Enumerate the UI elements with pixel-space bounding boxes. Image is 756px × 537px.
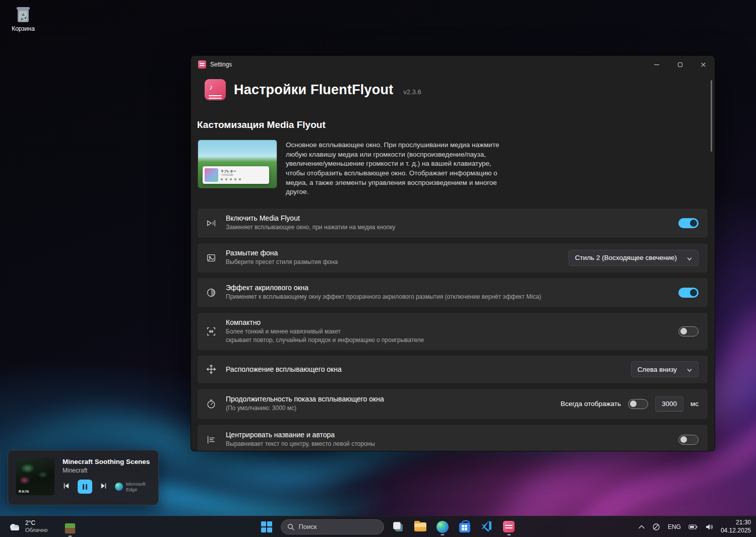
acrylic-effect-toggle[interactable]	[678, 288, 699, 298]
row-title: Расположение всплывающего окна	[226, 365, 631, 373]
blur-icon	[206, 252, 217, 263]
row-flyout-position: Расположение всплывающего окна Слева вни…	[197, 355, 708, 384]
blur-style-value: Стиль 2 (Восходящее свечение)	[575, 254, 677, 261]
taskbar-clock[interactable]: 21:30 04.12.2025	[721, 519, 751, 534]
recycle-bin[interactable]: Корзина	[4, 4, 42, 32]
compact-toggle[interactable]	[678, 326, 699, 337]
minecraft-icon	[65, 523, 76, 534]
media-flyout-icon	[206, 218, 217, 229]
intro-block: ラブレター YOASOBI Основное всплывающее окно.…	[198, 140, 708, 197]
duration-input[interactable]	[655, 396, 683, 412]
media-flyout-preview-image: ラブレター YOASOBI	[198, 140, 277, 188]
taskbar-center: Поиск	[257, 518, 519, 536]
settings-rows: Включить Media Flyout Заменяет всплывающ…	[197, 208, 708, 451]
cloud-icon	[8, 522, 21, 532]
enable-media-flyout-toggle[interactable]	[678, 218, 699, 228]
tray-show-hidden-icons[interactable]	[639, 525, 645, 529]
do-not-disturb-icon[interactable]	[652, 523, 660, 531]
microsoft-store-button[interactable]	[455, 518, 474, 536]
media-flyout-card: RAIN Minecraft Soothing Scenes... Minecr…	[8, 450, 159, 505]
microsoft-store-icon	[459, 523, 470, 532]
compact-icon	[206, 326, 217, 337]
settings-window: Settings ♪ Настройки FluentFlyout v2.3.6…	[191, 55, 715, 451]
row-title: Включить Media Flyout	[226, 214, 678, 222]
row-subtitle: Выравнивает текст по центру, вместо лево…	[226, 440, 678, 448]
system-tray: ENG 21:30 04.12.2025	[639, 516, 751, 537]
edge-icon	[115, 483, 123, 491]
row-title: Центрировать название и автора	[226, 431, 678, 439]
always-show-toggle[interactable]	[628, 399, 648, 409]
fluentflyout-button[interactable]	[499, 518, 519, 536]
chevron-down-icon	[687, 367, 692, 372]
pause-button[interactable]	[78, 480, 92, 494]
window-caption-buttons	[645, 56, 715, 73]
app-header: ♪ Настройки FluentFlyout v2.3.6	[205, 79, 715, 100]
flyout-album-art: RAIN	[16, 458, 54, 495]
align-center-icon	[206, 434, 217, 445]
row-subtitle-2: скрывает повтор, случайный порядок и инф…	[226, 337, 678, 345]
flyout-source-label: Microsoft Edge	[126, 481, 150, 493]
edge-button[interactable]	[433, 518, 452, 536]
battery-icon[interactable]	[688, 524, 698, 530]
next-track-button[interactable]	[100, 482, 107, 492]
edge-icon	[436, 521, 449, 533]
flyout-track-title: Minecraft Soothing Scenes...	[62, 458, 150, 465]
recycle-bin-icon	[13, 4, 33, 24]
weather-widget[interactable]: 2°C Облачно	[5, 516, 51, 537]
flyout-track-artist: Minecraft	[62, 467, 150, 474]
close-button[interactable]	[691, 56, 715, 73]
start-button[interactable]	[257, 518, 276, 536]
row-acrylic-effect: Эффект акрилового окна Применяет к всплы…	[197, 278, 708, 308]
flyout-position-dropdown[interactable]: Слева внизу	[631, 361, 699, 377]
acrylic-icon	[206, 287, 217, 298]
intro-description: Основное всплывающее окно. При прослушив…	[286, 140, 510, 197]
row-compact: Компактно Более тонкий и менее навязчивы…	[197, 312, 708, 351]
row-flyout-duration: Продолжительность показа всплывающего ок…	[197, 388, 708, 420]
row-subtitle: Применяет к всплывающему окну эффект про…	[226, 293, 678, 301]
volume-icon[interactable]	[705, 523, 713, 530]
window-title: Settings	[210, 61, 232, 68]
row-title: Компактно	[226, 318, 678, 326]
previous-track-button[interactable]	[62, 482, 70, 492]
search-icon	[287, 523, 294, 530]
window-titlebar[interactable]: Settings	[191, 56, 715, 73]
task-view-icon	[393, 522, 403, 532]
row-title: Эффект акрилового окна	[226, 284, 678, 292]
maximize-button[interactable]	[668, 56, 691, 73]
app-logo-icon: ♪	[205, 79, 226, 100]
row-subtitle: (По умолчанию: 3000 мс)	[226, 405, 560, 413]
duration-timer-icon	[206, 398, 217, 410]
chevron-down-icon	[687, 255, 692, 260]
recycle-bin-label: Корзина	[4, 25, 42, 32]
app-title: Настройки FluentFlyout	[234, 82, 393, 98]
file-explorer-icon	[414, 522, 426, 531]
language-indicator[interactable]: ENG	[668, 523, 681, 530]
vscode-icon	[481, 520, 492, 533]
preview-controls	[221, 178, 267, 180]
taskbar-minecraft-button[interactable]	[60, 519, 80, 537]
taskbar-search[interactable]: Поиск	[281, 519, 384, 534]
app-titlebar-icon	[198, 60, 206, 69]
preview-mini-player: ラブレター YOASOBI	[203, 166, 269, 184]
file-explorer-button[interactable]	[411, 518, 430, 536]
row-title: Продолжительность показа всплывающего ок…	[226, 395, 560, 403]
window-scrollbar-thumb[interactable]	[711, 80, 712, 152]
row-subtitle: Более тонкий и менее навязчивый макет	[226, 328, 678, 336]
windows-start-icon	[261, 521, 272, 532]
task-view-button[interactable]	[389, 518, 408, 536]
row-subtitle: Заменяет всплывающее окно, при нажатии н…	[226, 224, 678, 232]
center-text-toggle[interactable]	[678, 435, 699, 445]
preview-song-title: ラブレター	[221, 170, 267, 173]
maximize-icon	[678, 62, 682, 67]
taskbar: 2°C Облачно Поиск	[0, 516, 756, 537]
clock-time: 21:30	[721, 519, 751, 527]
fluentflyout-icon	[503, 521, 515, 532]
flyout-position-value: Слева внизу	[638, 366, 677, 373]
minimize-button[interactable]	[645, 56, 668, 73]
always-show-label: Всегда отображать	[560, 400, 621, 408]
vscode-button[interactable]	[477, 518, 496, 536]
blur-style-dropdown[interactable]: Стиль 2 (Восходящее свечение)	[569, 250, 699, 266]
album-art-text: RAIN	[19, 490, 29, 493]
preview-artist: YOASOBI	[221, 173, 267, 177]
row-center-title-artist: Центрировать название и автора Выравнива…	[197, 424, 708, 451]
